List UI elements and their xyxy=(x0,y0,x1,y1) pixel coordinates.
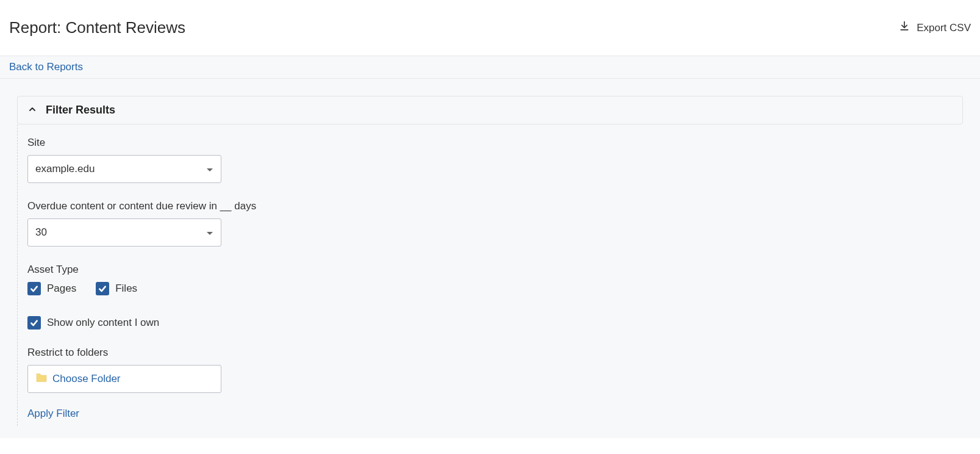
sub-bar: Back to Reports xyxy=(0,56,980,79)
own-only-checkbox[interactable]: Show only content I own xyxy=(27,316,953,330)
filter-title: Filter Results xyxy=(46,104,115,117)
site-select-value: example.edu xyxy=(27,155,221,183)
download-icon xyxy=(898,20,910,35)
filter-body: Site example.edu Overdue content or cont… xyxy=(17,124,963,426)
days-select[interactable]: 30 xyxy=(27,218,221,247)
back-to-reports-link[interactable]: Back to Reports xyxy=(9,61,83,73)
site-label: Site xyxy=(27,137,953,149)
site-select[interactable]: example.edu xyxy=(27,155,221,183)
page-header: Report: Content Reviews Export CSV xyxy=(0,0,980,56)
site-field-group: Site example.edu xyxy=(27,137,953,183)
apply-filter-link[interactable]: Apply Filter xyxy=(27,408,79,420)
pages-checkbox-label: Pages xyxy=(47,283,76,295)
pages-checkbox[interactable]: Pages xyxy=(27,282,76,295)
checkbox-checked-icon xyxy=(96,282,109,295)
choose-folder-button[interactable]: Choose Folder xyxy=(27,365,221,393)
asset-type-field-group: Asset Type Pages Files xyxy=(27,264,953,295)
chevron-up-icon xyxy=(27,104,37,117)
filter-toggle[interactable]: Filter Results xyxy=(18,96,962,124)
files-checkbox[interactable]: Files xyxy=(96,282,137,295)
page-title: Report: Content Reviews xyxy=(9,18,185,37)
days-field-group: Overdue content or content due review in… xyxy=(27,200,953,247)
checkbox-checked-icon xyxy=(27,282,41,295)
own-only-checkbox-label: Show only content I own xyxy=(47,317,159,329)
restrict-label: Restrict to folders xyxy=(27,347,953,359)
days-label: Overdue content or content due review in… xyxy=(27,200,953,212)
own-only-field-group: Show only content I own xyxy=(27,316,953,330)
export-csv-button[interactable]: Export CSV xyxy=(898,20,971,35)
checkbox-checked-icon xyxy=(27,316,41,330)
folder-icon xyxy=(35,373,48,385)
filter-panel: Filter Results xyxy=(17,96,963,124)
choose-folder-label: Choose Folder xyxy=(52,373,121,385)
export-csv-label: Export CSV xyxy=(917,22,971,34)
asset-type-label: Asset Type xyxy=(27,264,953,276)
restrict-field-group: Restrict to folders Choose Folder xyxy=(27,347,953,393)
content-area: Filter Results Site example.edu Overdue … xyxy=(0,79,980,438)
files-checkbox-label: Files xyxy=(115,283,137,295)
days-select-value: 30 xyxy=(27,218,221,247)
